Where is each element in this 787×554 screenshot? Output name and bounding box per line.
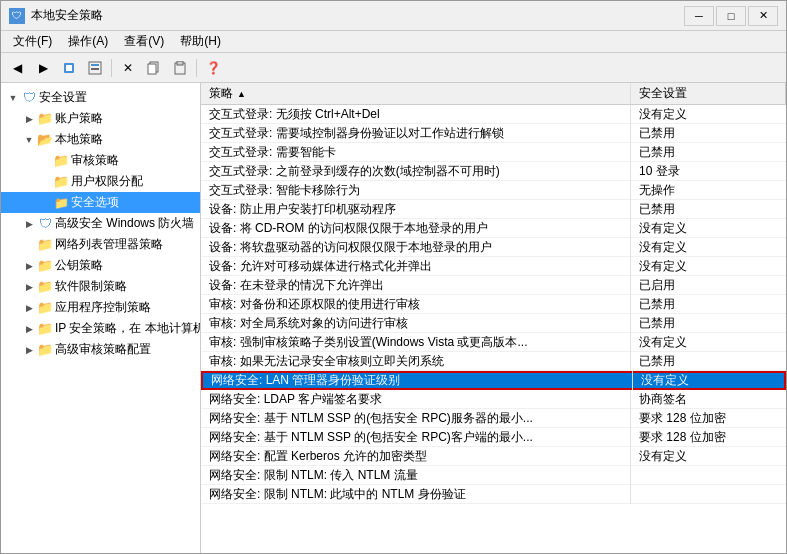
list-row[interactable]: 交互式登录: 需要智能卡已禁用 [201, 143, 786, 162]
tree-item-user-rights[interactable]: 📁 用户权限分配 [1, 171, 200, 192]
minimize-button[interactable]: ─ [684, 6, 714, 26]
list-row[interactable]: 网络安全: 配置 Kerberos 允许的加密类型没有定义 [201, 447, 786, 466]
policy-cell: 设备: 防止用户安装打印机驱动程序 [201, 200, 631, 219]
list-row[interactable]: 网络安全: LAN 管理器身份验证级别没有定义 [201, 371, 786, 390]
folder-icon: 📁 [37, 111, 53, 127]
setting-cell: 没有定义 [631, 238, 786, 257]
list-row[interactable]: 设备: 在未登录的情况下允许弹出已启用 [201, 276, 786, 295]
setting-column-header[interactable]: 安全设置 [631, 83, 786, 104]
title-bar: 🛡 本地安全策略 ─ □ ✕ [1, 1, 786, 31]
list-row[interactable]: 网络安全: 基于 NTLM SSP 的(包括安全 RPC)客户端的最小...要求… [201, 428, 786, 447]
list-row[interactable]: 交互式登录: 之前登录到缓存的次数(域控制器不可用时)10 登录 [201, 162, 786, 181]
menu-action[interactable]: 操作(A) [60, 31, 116, 52]
list-row[interactable]: 设备: 将 CD-ROM 的访问权限仅限于本地登录的用户没有定义 [201, 219, 786, 238]
help-button[interactable]: ❓ [201, 57, 225, 79]
copy-button[interactable] [142, 57, 166, 79]
policy-cell: 审核: 对全局系统对象的访问进行审核 [201, 314, 631, 333]
tree-item-applocker[interactable]: ▶ 📁 应用程序控制策略 [1, 297, 200, 318]
list-row[interactable]: 设备: 允许对可移动媒体进行格式化并弹出没有定义 [201, 257, 786, 276]
list-row[interactable]: 网络安全: 限制 NTLM: 传入 NTLM 流量 [201, 466, 786, 485]
delete-button[interactable]: ✕ [116, 57, 140, 79]
shield-icon: 🛡 [37, 216, 53, 232]
list-row[interactable]: 网络安全: 限制 NTLM: 此域中的 NTLM 身份验证 [201, 485, 786, 504]
policy-cell: 网络安全: 配置 Kerberos 允许的加密类型 [201, 447, 631, 466]
policy-cell: 网络安全: 限制 NTLM: 此域中的 NTLM 身份验证 [201, 485, 631, 504]
list-row[interactable]: 网络安全: LDAP 客户端签名要求协商签名 [201, 390, 786, 409]
tree-item-public-key[interactable]: ▶ 📁 公钥策略 [1, 255, 200, 276]
left-panel: ▼ 🛡 安全设置 ▶ 📁 账户策略 ▼ 📂 本地策略 📁 审核策略 [1, 83, 201, 553]
expand-icon: ▶ [21, 342, 37, 358]
tree-item-local-policies[interactable]: ▼ 📂 本地策略 [1, 129, 200, 150]
setting-cell: 已禁用 [631, 314, 786, 333]
expand-icon: ▶ [21, 111, 37, 127]
folder-icon: 📁 [37, 258, 53, 274]
forward-button[interactable]: ▶ [31, 57, 55, 79]
policy-column-header[interactable]: 策略 ▲ [201, 83, 631, 104]
tree-item-advanced-firewall[interactable]: ▶ 🛡 高级安全 Windows 防火墙 [1, 213, 200, 234]
close-button[interactable]: ✕ [748, 6, 778, 26]
expand-icon [37, 195, 53, 211]
show-button[interactable] [83, 57, 107, 79]
setting-cell: 已禁用 [631, 295, 786, 314]
setting-cell: 已禁用 [631, 124, 786, 143]
toolbar-sep-1 [111, 59, 112, 77]
policy-cell: 网络安全: 基于 NTLM SSP 的(包括安全 RPC)客户端的最小... [201, 428, 631, 447]
tree-label: 高级审核策略配置 [55, 341, 151, 358]
setting-cell: 没有定义 [631, 219, 786, 238]
list-row[interactable]: 审核: 对备份和还原权限的使用进行审核已禁用 [201, 295, 786, 314]
tree-item-security-settings[interactable]: ▼ 🛡 安全设置 [1, 87, 200, 108]
list-row[interactable]: 审核: 强制审核策略子类别设置(Windows Vista 或更高版本...没有… [201, 333, 786, 352]
maximize-button[interactable]: □ [716, 6, 746, 26]
expand-icon: ▶ [21, 216, 37, 232]
back-button[interactable]: ◀ [5, 57, 29, 79]
folder-icon: 📁 [53, 153, 69, 169]
setting-cell: 没有定义 [631, 105, 786, 124]
policy-cell: 网络安全: 基于 NTLM SSP 的(包括安全 RPC)服务器的最小... [201, 409, 631, 428]
list-body: 交互式登录: 无须按 Ctrl+Alt+Del没有定义交互式登录: 需要域控制器… [201, 105, 786, 553]
tree-label: 账户策略 [55, 110, 103, 127]
list-row[interactable]: 设备: 将软盘驱动器的访问权限仅限于本地登录的用户没有定义 [201, 238, 786, 257]
list-header: 策略 ▲ 安全设置 [201, 83, 786, 105]
main-window: 🛡 本地安全策略 ─ □ ✕ 文件(F) 操作(A) 查看(V) 帮助(H) ◀… [0, 0, 787, 554]
policy-cell: 审核: 如果无法记录安全审核则立即关闭系统 [201, 352, 631, 371]
tree-label: IP 安全策略，在 本地计算机 [55, 320, 201, 337]
list-row[interactable]: 设备: 防止用户安装打印机驱动程序已禁用 [201, 200, 786, 219]
tree-label: 本地策略 [55, 131, 103, 148]
window-icon: 🛡 [9, 8, 25, 24]
svg-rect-4 [91, 68, 99, 70]
tree-label: 审核策略 [71, 152, 119, 169]
folder-icon: 📁 [37, 279, 53, 295]
svg-rect-1 [66, 65, 72, 71]
policy-cell: 设备: 将 CD-ROM 的访问权限仅限于本地登录的用户 [201, 219, 631, 238]
tree-item-network-list[interactable]: 📁 网络列表管理器策略 [1, 234, 200, 255]
list-row[interactable]: 交互式登录: 需要域控制器身份验证以对工作站进行解锁已禁用 [201, 124, 786, 143]
main-content: ▼ 🛡 安全设置 ▶ 📁 账户策略 ▼ 📂 本地策略 📁 审核策略 [1, 83, 786, 553]
tree-item-security-options[interactable]: 📁 安全选项 [1, 192, 200, 213]
list-row[interactable]: 交互式登录: 无须按 Ctrl+Alt+Del没有定义 [201, 105, 786, 124]
policy-cell: 审核: 对备份和还原权限的使用进行审核 [201, 295, 631, 314]
list-row[interactable]: 交互式登录: 智能卡移除行为无操作 [201, 181, 786, 200]
tree-item-account-policies[interactable]: ▶ 📁 账户策略 [1, 108, 200, 129]
list-row[interactable]: 网络安全: 基于 NTLM SSP 的(包括安全 RPC)服务器的最小...要求… [201, 409, 786, 428]
expand-icon: ▶ [21, 300, 37, 316]
shield-icon: 🛡 [21, 90, 37, 106]
menu-file[interactable]: 文件(F) [5, 31, 60, 52]
policy-cell: 审核: 强制审核策略子类别设置(Windows Vista 或更高版本... [201, 333, 631, 352]
paste-button[interactable] [168, 57, 192, 79]
list-row[interactable]: 审核: 如果无法记录安全审核则立即关闭系统已禁用 [201, 352, 786, 371]
up-button[interactable] [57, 57, 81, 79]
menu-view[interactable]: 查看(V) [116, 31, 172, 52]
folder-icon: 📁 [37, 321, 53, 337]
menu-bar: 文件(F) 操作(A) 查看(V) 帮助(H) [1, 31, 786, 53]
expand-icon: ▼ [5, 90, 21, 106]
setting-cell: 没有定义 [631, 333, 786, 352]
expand-icon: ▶ [21, 279, 37, 295]
tree-item-ip-security[interactable]: ▶ 📁 IP 安全策略，在 本地计算机 [1, 318, 200, 339]
menu-help[interactable]: 帮助(H) [172, 31, 229, 52]
tree-item-advanced-audit[interactable]: ▶ 📁 高级审核策略配置 [1, 339, 200, 360]
tree-item-software-restrict[interactable]: ▶ 📁 软件限制策略 [1, 276, 200, 297]
setting-cell: 要求 128 位加密 [631, 409, 786, 428]
list-row[interactable]: 审核: 对全局系统对象的访问进行审核已禁用 [201, 314, 786, 333]
policy-cell: 交互式登录: 需要智能卡 [201, 143, 631, 162]
tree-item-audit-policy[interactable]: 📁 审核策略 [1, 150, 200, 171]
